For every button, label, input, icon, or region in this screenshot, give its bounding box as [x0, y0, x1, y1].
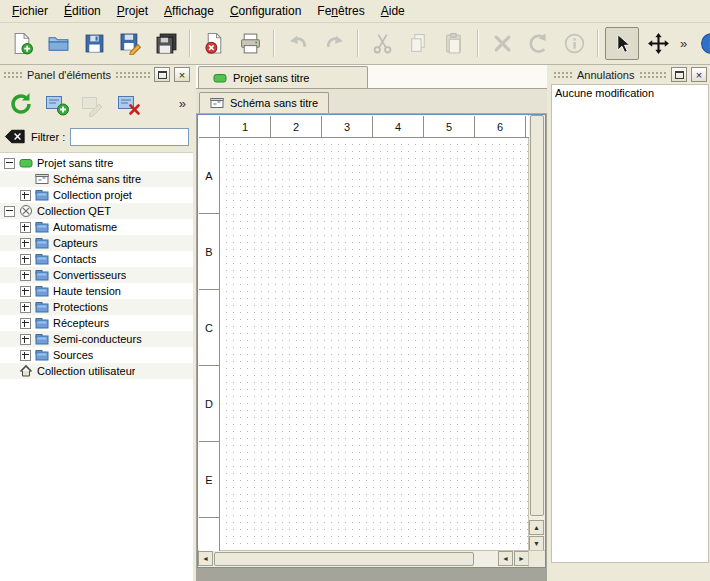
tree-expander[interactable]: [4, 206, 15, 217]
scroll-right-button[interactable]: [514, 551, 529, 566]
tree-expander[interactable]: [20, 334, 31, 345]
print-button[interactable]: [233, 27, 267, 60]
scroll-left-button[interactable]: [198, 551, 213, 566]
clear-filter-button[interactable]: [4, 129, 26, 144]
row-header-e: E: [199, 442, 219, 518]
filter-row: Filtrer :: [0, 124, 193, 152]
rotate-button: [521, 27, 555, 60]
scroll-left-button-alt[interactable]: [498, 551, 513, 566]
toolbar-separator: [357, 30, 359, 57]
save-all-button[interactable]: [149, 27, 183, 60]
tree-item-label: Projet sans titre: [37, 157, 113, 169]
float-undo-panel-button[interactable]: [671, 67, 687, 82]
tab-project-label: Projet sans titre: [233, 72, 309, 84]
new-document-button[interactable]: [5, 27, 39, 60]
tree-expander[interactable]: [20, 222, 31, 233]
tree-item-convertisseurs[interactable]: Convertisseurs: [0, 267, 193, 283]
close-undo-panel-button[interactable]: ×: [691, 67, 707, 82]
tree-item-collection-qet[interactable]: Collection QET: [0, 203, 193, 219]
hscroll-thumb[interactable]: [214, 552, 474, 566]
column-header-3: 3: [322, 116, 373, 137]
dock-grip[interactable]: [115, 71, 150, 78]
panel-overflow-button[interactable]: »: [179, 96, 188, 111]
menu-affichage[interactable]: Affichage: [156, 0, 222, 22]
tree-expander[interactable]: [20, 254, 31, 265]
scroll-up-button[interactable]: [529, 520, 544, 535]
tree-expander[interactable]: [4, 158, 15, 169]
folder-icon: [35, 348, 49, 362]
filter-input[interactable]: [70, 128, 189, 146]
schema-canvas[interactable]: [220, 138, 529, 551]
tree-item-sources[interactable]: Sources: [0, 347, 193, 363]
schema-tabbar: Schéma sans titre: [196, 89, 547, 114]
dock-grip[interactable]: [553, 71, 573, 78]
tree-item-projet-sans-titre[interactable]: Projet sans titre: [0, 155, 193, 171]
undo-panel-titlebar[interactable]: Annulations ×: [550, 65, 710, 83]
dock-grip[interactable]: [3, 71, 23, 78]
menu-fichier[interactable]: Fichier: [4, 0, 56, 22]
row-headers: ABCDE: [199, 138, 220, 551]
close-file-button[interactable]: [197, 27, 231, 60]
tree-item-label: Haute tension: [53, 285, 121, 297]
menu-aide[interactable]: Aide: [373, 0, 413, 22]
float-icon: [158, 71, 167, 79]
scroll-down-button[interactable]: [529, 536, 544, 551]
tree-expander[interactable]: [20, 350, 31, 361]
save-button[interactable]: [77, 27, 111, 60]
undo-history-list[interactable]: Aucune modification: [551, 84, 709, 563]
tree-item-semi-conducteurs[interactable]: Semi-conducteurs: [0, 331, 193, 347]
edit-element-icon: [80, 91, 106, 117]
tab-schema[interactable]: Schéma sans titre: [199, 92, 329, 113]
tab-project[interactable]: Projet sans titre: [198, 66, 368, 88]
vscroll-thumb[interactable]: [530, 115, 544, 516]
tree-item-recepteurs[interactable]: Récepteurs: [0, 315, 193, 331]
about-qet-button[interactable]: [694, 27, 710, 60]
tree-item-automatisme[interactable]: Automatisme: [0, 219, 193, 235]
tree-expander[interactable]: [20, 318, 31, 329]
tree-expander[interactable]: [20, 238, 31, 249]
diagram-content[interactable]: 123456 ABCDE: [198, 115, 529, 551]
dock-grip[interactable]: [639, 71, 668, 78]
tree-item-collection-utilisateur[interactable]: Collection utilisateur: [0, 363, 193, 379]
float-panel-button[interactable]: [154, 67, 170, 82]
tree-item-contacts[interactable]: Contacts: [0, 251, 193, 267]
folder-icon: [35, 220, 49, 234]
open-project-button[interactable]: [41, 27, 75, 60]
toolbar-overflow-button[interactable]: »: [677, 36, 690, 51]
new-element-button[interactable]: [41, 88, 72, 119]
close-panel-button[interactable]: ×: [174, 67, 190, 82]
vertical-scrollbar[interactable]: [528, 115, 545, 551]
move-tool-button[interactable]: [641, 27, 675, 60]
tree-expander[interactable]: [20, 286, 31, 297]
qet-collection-icon: [19, 204, 33, 218]
menu-configuration[interactable]: Configuration: [222, 0, 309, 22]
folder-icon: [35, 252, 49, 266]
save-as-button[interactable]: [113, 27, 147, 60]
menu-fenetres[interactable]: Fenêtres: [309, 0, 372, 22]
horizontal-scrollbar[interactable]: [198, 550, 529, 567]
toolbar-separator: [273, 30, 275, 57]
tree-item-collection-projet[interactable]: Collection projet: [0, 187, 193, 203]
menu-edition[interactable]: Édition: [56, 0, 109, 22]
refresh-icon: [8, 91, 34, 117]
folder-icon: [35, 188, 49, 202]
tree-item-haute-tension[interactable]: Haute tension: [0, 283, 193, 299]
tree-expander[interactable]: [20, 302, 31, 313]
edit-element-button: [77, 88, 108, 119]
elements-panel-titlebar[interactable]: Panel d'éléments ×: [0, 65, 193, 83]
tree-expander[interactable]: [20, 190, 31, 201]
tree-item-schema-sans-titre[interactable]: Schéma sans titre: [0, 171, 193, 187]
reload-collections-button[interactable]: [5, 88, 36, 119]
info-blue-icon: [700, 32, 710, 55]
close-icon: ×: [179, 70, 185, 80]
save-as-icon: [119, 32, 142, 55]
tree-expander[interactable]: [20, 270, 31, 281]
tree-item-capteurs[interactable]: Capteurs: [0, 235, 193, 251]
diagram-view: 123456 ABCDE: [197, 114, 546, 568]
menu-projet[interactable]: Projet: [109, 0, 156, 22]
delete-element-button[interactable]: [113, 88, 144, 119]
home-icon: [19, 364, 33, 378]
tree-item-protections[interactable]: Protections: [0, 299, 193, 315]
elements-tree: Projet sans titreSchéma sans titreCollec…: [0, 152, 193, 581]
select-tool-button[interactable]: [605, 27, 639, 60]
